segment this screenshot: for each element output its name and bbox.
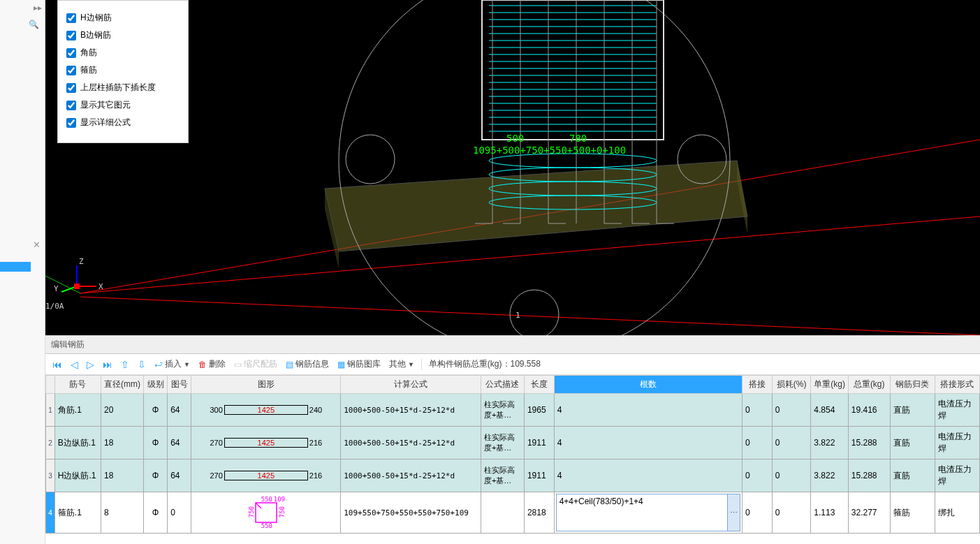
cell-lvl[interactable]: Φ [143, 492, 167, 534]
rebar-info-button[interactable]: ▤钢筋信息 [283, 357, 332, 372]
checkbox[interactable] [66, 118, 76, 128]
col-lvl[interactable]: 级别 [143, 376, 167, 394]
cell-tw[interactable]: 15.288 [848, 427, 890, 460]
cell-spl[interactable]: 电渣压力焊 [935, 427, 979, 460]
nav-first-icon[interactable]: ⏮ [50, 359, 65, 370]
search-icon[interactable]: 🔍 [29, 20, 39, 29]
cell-qty[interactable]: 4 [554, 460, 742, 492]
close-icon[interactable]: ✕ [33, 240, 41, 250]
cell-cat[interactable]: 直筋 [890, 394, 935, 427]
checkbox[interactable] [66, 48, 76, 58]
col-len[interactable]: 长度 [524, 376, 554, 394]
layer-item-b-rebar[interactable]: B边钢筋 [66, 29, 180, 41]
cell-no[interactable]: H边纵筋.1 [54, 460, 101, 492]
cell-shape[interactable]: 2701425216 [191, 427, 341, 460]
cell-calc[interactable]: 1000+500-50+15*d-25+12*d [341, 460, 481, 492]
col-qty[interactable]: 根数 [554, 376, 742, 394]
cell-loss[interactable]: 0 [772, 492, 811, 534]
cell-desc[interactable]: 柱实际高度+基… [481, 394, 524, 427]
layer-item-show-other[interactable]: 显示其它图元 [66, 99, 180, 111]
cell-desc[interactable]: 柱实际高度+基… [481, 427, 524, 460]
cell-len[interactable]: 1965 [524, 394, 554, 427]
cell-no[interactable]: 箍筋.1 [54, 492, 101, 534]
layer-item-show-detail[interactable]: 显示详细公式 [66, 117, 180, 128]
cell-spl[interactable]: 电渣压力焊 [935, 394, 979, 427]
cell-tw[interactable]: 19.416 [848, 394, 890, 427]
cell-cat[interactable]: 直筋 [890, 460, 935, 492]
table-row[interactable]: 4 箍筋.1 8 Φ 0 550 550 750 750 109 109+550… [46, 492, 980, 534]
layer-item-corner[interactable]: 角筋 [66, 47, 180, 59]
qty-editor[interactable]: ⋯ [556, 494, 740, 531]
cell-no[interactable]: B边纵筋.1 [54, 427, 101, 460]
checkbox[interactable] [66, 83, 76, 93]
cell-lvl[interactable]: Φ [143, 460, 167, 492]
cell-qty[interactable]: 4 [554, 394, 742, 427]
grid-scroll[interactable]: 筋号 直径(mm) 级别 图号 图形 计算公式 公式描述 长度 根数 搭接 损耗… [45, 375, 980, 544]
cell-lap[interactable]: 0 [743, 394, 773, 427]
checkbox[interactable] [66, 66, 76, 75]
cell-lap[interactable]: 0 [743, 492, 773, 534]
insert-button[interactable]: ⮐插入▼ [152, 357, 193, 372]
cell-lap[interactable]: 0 [743, 460, 773, 492]
qty-input[interactable] [557, 494, 727, 531]
cell-len[interactable]: 1911 [524, 427, 554, 460]
cell-lvl[interactable]: Φ [143, 394, 167, 427]
cell-shape[interactable]: 3001425240 [191, 394, 341, 427]
layer-item-stirrup[interactable]: 箍筋 [66, 64, 180, 76]
col-calc[interactable]: 计算公式 [341, 376, 481, 394]
cell-uw[interactable]: 4.854 [811, 394, 848, 427]
col-shape[interactable]: 图形 [191, 376, 341, 394]
col-dia[interactable]: 直径(mm) [101, 376, 144, 394]
cell-fig[interactable]: 64 [168, 427, 191, 460]
col-cat[interactable]: 钢筋归类 [890, 376, 935, 394]
cell-len[interactable]: 1911 [524, 460, 554, 492]
cell-desc[interactable]: 柱实际高度+基… [481, 460, 524, 492]
cell-shape[interactable]: 2701425216 [191, 460, 341, 492]
cell-no[interactable]: 角筋.1 [54, 394, 101, 427]
col-uw[interactable]: 单重(kg) [811, 376, 848, 394]
cell-desc[interactable] [481, 492, 524, 534]
cell-cat[interactable]: 直筋 [890, 427, 935, 460]
cell-fig[interactable]: 64 [168, 460, 191, 492]
cell-lap[interactable]: 0 [743, 427, 773, 460]
cell-fig[interactable]: 64 [168, 394, 191, 427]
other-dropdown[interactable]: 其他▼ [386, 357, 417, 372]
cell-loss[interactable]: 0 [772, 394, 811, 427]
cell-tw[interactable]: 32.277 [848, 492, 890, 534]
nav-prev-icon[interactable]: ◁ [68, 359, 81, 370]
delete-button[interactable]: 🗑删除 [196, 357, 228, 372]
collapse-icon[interactable]: ▸▸ [34, 3, 42, 13]
move-up-icon[interactable]: ⇧ [118, 359, 132, 370]
cell-uw[interactable]: 3.822 [811, 427, 848, 460]
table-row[interactable]: 3 H边纵筋.1 18 Φ 64 2701425216 1000+500-50+… [46, 460, 980, 492]
cell-dia[interactable]: 18 [101, 427, 144, 460]
cell-calc[interactable]: 1000+500-50+15*d-25+12*d [341, 394, 481, 427]
cell-lvl[interactable]: Φ [143, 427, 167, 460]
cell-calc[interactable]: 109+550+750+550+550+750+109 [341, 492, 481, 534]
nav-last-icon[interactable]: ⏭ [100, 359, 115, 370]
cell-qty[interactable]: 4 [554, 427, 742, 460]
checkbox[interactable] [66, 13, 76, 23]
col-tw[interactable]: 总重(kg) [848, 376, 890, 394]
cell-uw[interactable]: 1.113 [811, 492, 848, 534]
cell-cat[interactable]: 箍筋 [890, 492, 935, 534]
cell-loss[interactable]: 0 [772, 427, 811, 460]
nav-next-icon[interactable]: ▷ [84, 359, 97, 370]
cell-len[interactable]: 2818 [524, 492, 554, 534]
layer-item-h-rebar[interactable]: H边钢筋 [66, 12, 180, 24]
cell-tw[interactable]: 15.288 [848, 460, 890, 492]
cell-fig[interactable]: 0 [168, 492, 191, 534]
qty-more-button[interactable]: ⋯ [727, 494, 740, 531]
col-desc[interactable]: 公式描述 [481, 376, 524, 394]
checkbox[interactable] [66, 101, 76, 110]
cell-calc[interactable]: 1000+500-50+15*d-25+12*d [341, 427, 481, 460]
cell-dia[interactable]: 20 [101, 394, 144, 427]
cell-spl[interactable]: 绑扎 [935, 492, 979, 534]
col-loss[interactable]: 损耗(%) [772, 376, 811, 394]
cell-dia[interactable]: 8 [101, 492, 144, 534]
col-no[interactable]: 筋号 [54, 376, 101, 394]
table-row[interactable]: 1 角筋.1 20 Φ 64 3001425240 1000+500-50+15… [46, 394, 980, 427]
cell-dia[interactable]: 18 [101, 460, 144, 492]
cell-shape[interactable]: 550 550 750 750 109 [191, 492, 341, 534]
cell-spl[interactable]: 电渣压力焊 [935, 460, 979, 492]
